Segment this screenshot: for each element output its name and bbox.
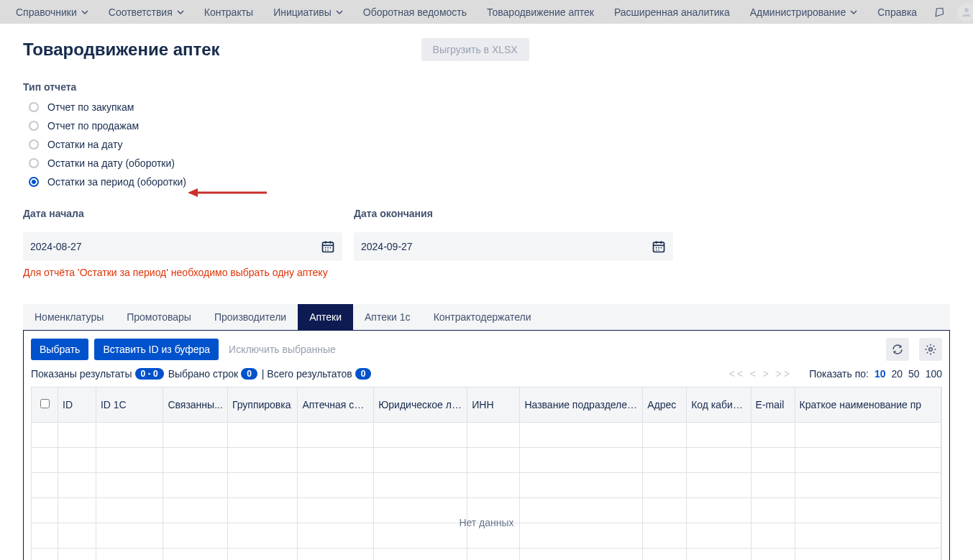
radio-balance-date[interactable]: Остатки на дату [29,139,950,150]
paste-ids-button[interactable]: Вставить ID из буфера [94,339,219,360]
col-legal-entity[interactable]: Юридическое лицо [374,387,467,422]
date-start-field[interactable] [23,232,342,261]
col-id-1c[interactable]: ID 1C [96,387,163,422]
col-division-name[interactable]: Название подразделения [520,387,643,422]
top-nav: Справочники Соответствия Контракты Иници… [0,0,973,24]
pagesize-label: Показать по: [809,368,869,380]
avatar-icon [957,3,973,22]
chevron-down-icon [850,9,857,16]
page-header: Товародвижение аптек Выгрузить в XLSX [23,38,950,61]
table-row [32,422,941,447]
annotation-arrow [188,187,267,201]
data-table: ID ID 1C Связанны... Группировка Аптечна… [32,387,941,560]
radio-label: Остатки за период (оборотки) [47,176,186,188]
col-pharmacy-network[interactable]: Аптечная сеть [298,387,374,422]
tab-manufacturers[interactable]: Производители [203,304,298,330]
pagesize-10[interactable]: 10 [874,368,886,380]
calendar-icon[interactable] [652,239,666,254]
user-avatar[interactable] [951,3,973,22]
chevron-down-icon [177,9,184,16]
pagination-arrows[interactable]: << < > >> [729,368,792,380]
filter-tabs: Номенклатуры Промотовары Производители А… [23,304,950,330]
settings-button[interactable] [919,338,942,361]
nav-item-turnover[interactable]: Оборотная ведомость [353,0,477,24]
tab-contract-holders[interactable]: Контрактодержатели [422,304,543,330]
table-row [32,447,941,472]
col-inn[interactable]: ИНН [467,387,520,422]
nav-item-contracts[interactable]: Контракты [194,0,263,24]
svg-point-17 [658,247,659,249]
warning-message: Для отчёта 'Остатки за период' необходим… [23,267,950,278]
report-type-radio-group: Отчет по закупкам Отчет по продажам Оста… [23,101,950,188]
svg-point-23 [929,348,933,352]
date-end-field[interactable] [354,232,673,261]
nav-label: Товародвижение аптек [487,6,594,18]
radio-input[interactable] [29,102,39,112]
page-title: Товародвижение аптек [23,40,220,60]
radio-label: Отчет по закупкам [47,101,134,113]
radio-label: Остатки на дату (оборотки) [47,157,175,169]
nav-item-correspondences[interactable]: Соответствия [99,0,194,24]
export-xlsx-button[interactable]: Выгрузить в XLSX [421,38,529,61]
radio-balance-period-turnover[interactable]: Остатки за период (оборотки) [29,176,950,188]
select-all-checkbox[interactable] [40,399,50,408]
nav-item-pharmacy-movement[interactable]: Товародвижение аптек [477,0,604,24]
nav-item-administration[interactable]: Администрирование [740,0,868,24]
pagesize-20[interactable]: 20 [891,368,903,380]
refresh-button[interactable] [886,338,909,361]
tag-icon[interactable] [927,6,951,19]
radio-sales[interactable]: Отчет по продажам [29,120,950,132]
tab-pharmacies-1c[interactable]: Аптеки 1с [353,304,422,330]
date-start-label: Дата начала [23,208,342,219]
report-type-label: Тип отчета [23,81,950,93]
col-grouping[interactable]: Группировка [227,387,298,422]
svg-point-7 [325,247,326,249]
tab-pharmacies[interactable]: Аптеки [298,304,353,330]
svg-point-19 [656,249,657,251]
pagesize-100[interactable]: 100 [926,368,942,380]
calendar-icon[interactable] [321,239,335,254]
svg-point-18 [661,247,662,249]
tab-nomenclature[interactable]: Номенклатуры [23,304,115,330]
nav-item-help[interactable]: Справка [867,0,927,24]
pagesize-50[interactable]: 50 [908,368,920,380]
date-end-input[interactable] [361,241,652,252]
nav-label: Соответствия [109,6,173,18]
nav-item-references[interactable]: Справочники [6,0,99,24]
col-cabinet-code[interactable]: Код кабинета [687,387,751,422]
svg-point-20 [658,249,659,251]
nav-item-extended-analytics[interactable]: Расширенная аналитика [604,0,740,24]
radio-input[interactable] [29,121,39,131]
tab-promo[interactable]: Промотовары [115,304,203,330]
radio-label: Остатки на дату [47,139,123,150]
col-linked[interactable]: Связанны... [163,387,227,422]
results-bar: Показаны результаты0 - 0 Выбрано строк0 … [31,368,942,380]
svg-point-0 [964,8,969,12]
radio-balance-date-turnover[interactable]: Остатки на дату (оборотки) [29,157,950,169]
col-id[interactable]: ID [58,387,96,422]
svg-marker-2 [188,188,198,197]
col-short-name[interactable]: Краткое наименование пр [795,387,941,422]
pharmacies-panel: Выбрать Вставить ID из буфера Исключить … [23,330,950,560]
radio-input[interactable] [29,158,39,168]
select-button[interactable]: Выбрать [31,339,88,360]
data-table-wrap: ID ID 1C Связанны... Группировка Аптечна… [31,387,942,560]
total-label: | Всего результатов [262,368,352,380]
table-row [32,472,941,497]
col-address[interactable]: Адрес [643,387,687,422]
date-start-input[interactable] [30,241,321,252]
nav-label: Инициативы [273,6,332,18]
table-row [32,523,941,548]
nav-label: Расширенная аналитика [614,6,730,18]
nav-label: Администрирование [750,6,846,18]
nav-label: Справочники [16,6,77,18]
total-value: 0 [355,368,372,380]
svg-point-10 [325,249,326,251]
nav-item-initiatives[interactable]: Инициативы [263,0,353,24]
col-email[interactable]: E-mail [751,387,795,422]
radio-input[interactable] [29,177,39,187]
radio-purchases[interactable]: Отчет по закупкам [29,101,950,113]
svg-point-8 [327,247,329,249]
radio-input[interactable] [29,139,39,150]
header-checkbox-cell [32,387,58,422]
